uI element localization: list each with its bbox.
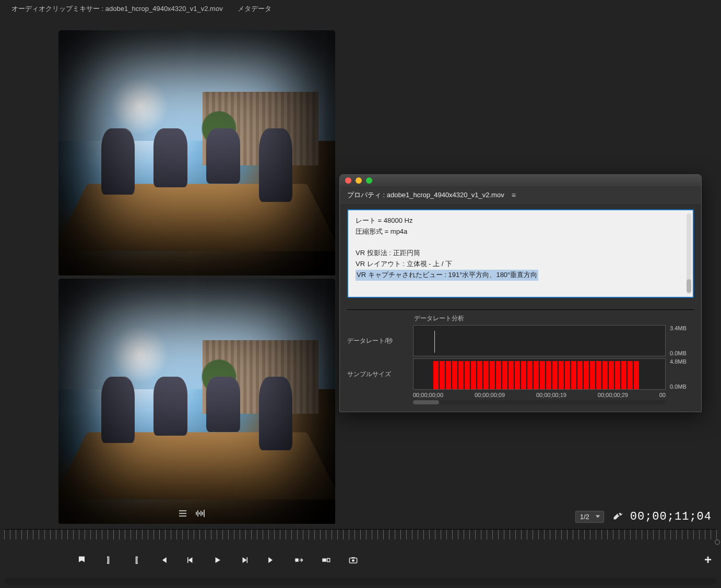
sample-size-graph: [413, 358, 666, 390]
properties-header: プロパティ : adobe1_hcrop_4940x4320_v1_v2.mov…: [340, 186, 701, 204]
play-button[interactable]: [211, 554, 223, 566]
svg-rect-9: [295, 558, 298, 561]
properties-window[interactable]: プロパティ : adobe1_hcrop_4940x4320_v1_v2.mov…: [339, 174, 702, 412]
svg-rect-11: [327, 558, 329, 561]
property-rate: レート = 48000 Hz: [356, 215, 685, 226]
info-scrollbar-thumb[interactable]: [687, 279, 691, 293]
go-to-out-button[interactable]: [265, 554, 278, 566]
property-vr-captured-view: VR キャプチャされたビュー : 191°水平方向、180°垂直方向: [356, 270, 538, 281]
insert-button[interactable]: [292, 554, 305, 566]
step-back-button[interactable]: [184, 554, 196, 566]
transport-controls: +: [0, 547, 721, 573]
data-rate-label: データレート/秒: [347, 337, 413, 345]
panel-menu-icon[interactable]: ≡: [512, 191, 516, 199]
time-ruler[interactable]: [4, 529, 717, 539]
sample-size-label: サンプルサイズ: [347, 370, 413, 379]
wrench-icon[interactable]: [612, 510, 623, 523]
window-close-icon[interactable]: [345, 177, 351, 184]
svg-rect-14: [351, 557, 354, 558]
analysis-scrollbar[interactable]: [413, 400, 666, 404]
window-zoom-icon[interactable]: [366, 177, 372, 184]
ruler-end-marker-icon: [715, 539, 720, 545]
window-titlebar[interactable]: [340, 175, 701, 186]
go-to-in-button[interactable]: [157, 554, 169, 566]
analysis-time-axis: 00;00;00;00 00;00;00;09 00;00;00;19 00;0…: [413, 392, 666, 398]
properties-title: プロパティ : adobe1_hcrop_4940x4320_v1_v2.mov: [347, 190, 504, 200]
vr-view-bottom: [58, 279, 335, 524]
step-forward-button[interactable]: [238, 554, 251, 566]
zoom-level-select[interactable]: 1/2: [575, 511, 604, 523]
properties-text-panel[interactable]: レート = 48000 Hz 圧縮形式 = mp4a VR 投影法 : 正距円筒…: [347, 209, 694, 298]
tab-audio-clip-mixer[interactable]: オーディオクリップミキサー : adobe1_hcrop_4940x4320_v…: [6, 0, 232, 18]
svg-point-13: [352, 559, 354, 561]
timecode-display[interactable]: 00;00;11;04: [630, 510, 712, 523]
vr-view-top: [58, 30, 335, 275]
overwrite-button[interactable]: [320, 554, 332, 566]
monitor-bottom-bar: 1/2 00;00;11;04: [0, 506, 721, 527]
button-editor-plus-icon[interactable]: +: [704, 553, 712, 567]
mark-in-button[interactable]: [102, 554, 115, 566]
analysis-title: データレート分析: [414, 314, 694, 323]
data-rate-analysis: データレート分析 データレート/秒 3.4MB 0.0MB サンプルサイズ 4.…: [347, 309, 694, 404]
export-frame-button[interactable]: [347, 554, 359, 566]
zoom-select-wrap[interactable]: 1/2: [575, 511, 604, 523]
property-vr-projection: VR 投影法 : 正距円筒: [356, 248, 685, 259]
properties-body: レート = 48000 Hz 圧縮形式 = mp4a VR 投影法 : 正距円筒…: [340, 204, 701, 412]
data-rate-scale: 3.4MB 0.0MB: [670, 325, 694, 356]
horizontal-scrollbar[interactable]: [4, 578, 717, 585]
vr-stereo-preview: [58, 30, 335, 527]
data-rate-graph: [413, 325, 666, 356]
top-tab-bar: オーディオクリップミキサー : adobe1_hcrop_4940x4320_v…: [0, 0, 721, 18]
property-compression: 圧縮形式 = mp4a: [356, 226, 685, 237]
add-marker-button[interactable]: [75, 554, 88, 566]
sample-size-scale: 4.8MB 0.0MB: [670, 358, 694, 390]
tab-metadata[interactable]: メタデータ: [232, 0, 281, 18]
analysis-scrollbar-thumb[interactable]: [413, 400, 439, 404]
property-vr-layout: VR レイアウト : 立体視 - 上 / 下: [356, 259, 685, 270]
property-blank: [356, 237, 685, 248]
mark-out-button[interactable]: [129, 554, 142, 566]
svg-rect-10: [322, 558, 326, 561]
window-minimize-icon[interactable]: [356, 177, 362, 184]
